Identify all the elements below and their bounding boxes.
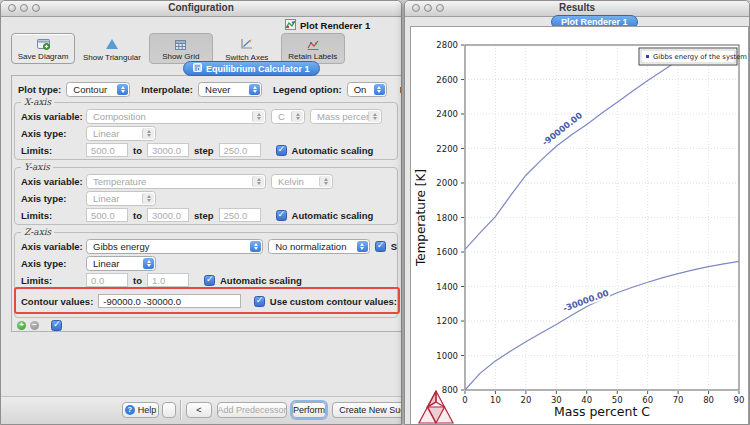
configuration-title-bar[interactable]: Configuration bbox=[1, 1, 401, 17]
y-step-field[interactable]: 250.0 bbox=[219, 208, 261, 222]
grid-icon bbox=[174, 37, 187, 52]
axis-type-label: Axis type: bbox=[21, 193, 81, 204]
retain-labels-button[interactable]: Retain Labels bbox=[281, 33, 345, 64]
group-title: X-axis bbox=[21, 97, 54, 107]
button-label: < bbox=[196, 405, 201, 415]
plot-panel: 8001000120014001600180020002200240026002… bbox=[410, 26, 749, 425]
tab-equilibrium-calculator-1[interactable]: Equilibrium Calculator 1 bbox=[183, 61, 320, 76]
button-label: Save Diagram bbox=[18, 52, 69, 61]
limits-label: Limits: bbox=[21, 145, 81, 156]
plot-type-label: Plot type: bbox=[18, 84, 61, 95]
configuration-window: Configuration Plot Renderer 1 Save Diagr… bbox=[0, 0, 402, 425]
plot-renderer-icon bbox=[285, 19, 296, 32]
help-button[interactable]: ? Help bbox=[122, 402, 159, 418]
divider bbox=[180, 400, 182, 420]
x-limit-from-field[interactable]: 500.0 bbox=[86, 143, 128, 157]
to-label: to bbox=[133, 210, 142, 221]
z-automatic-scaling-checkbox[interactable] bbox=[204, 275, 215, 286]
to-label: to bbox=[133, 275, 142, 286]
z-trailing-checkbox[interactable] bbox=[375, 241, 386, 252]
to-label: to bbox=[133, 145, 142, 156]
remove-axis-button[interactable]: − bbox=[30, 321, 39, 330]
z-normalization-select[interactable]: No normalization bbox=[268, 239, 370, 254]
settings-panel: Plot type: Contour Interpolate: Never Le… bbox=[11, 75, 402, 332]
button-label: Add Predecessor bbox=[217, 405, 286, 415]
use-custom-contour-checkbox[interactable] bbox=[254, 296, 265, 307]
stepper-icon bbox=[319, 176, 331, 187]
selected-value: Temperature bbox=[93, 176, 146, 187]
axis-enabled-checkbox[interactable] bbox=[51, 320, 62, 331]
contour-plot: 8001000120014001600180020002200240026002… bbox=[411, 27, 750, 425]
y-limit-from-field[interactable]: 500.0 bbox=[86, 208, 128, 222]
add-predecessor-button[interactable]: Add Predecessor bbox=[217, 402, 287, 418]
legend-option-select[interactable]: On bbox=[347, 82, 387, 97]
show-triangular-button[interactable]: Show Triangular bbox=[78, 33, 146, 64]
axis-variable-label: Axis variable: bbox=[21, 241, 81, 252]
z-limit-to-field[interactable]: 1.0 bbox=[147, 273, 189, 287]
triangle-icon bbox=[105, 36, 119, 51]
label-decimal-digits-label: Label decimal digits: bbox=[400, 84, 402, 95]
legend-option-label: Legend option: bbox=[273, 84, 342, 95]
y-limit-to-field[interactable]: 3000.0 bbox=[147, 208, 189, 222]
group-title: Z-axis bbox=[21, 227, 54, 237]
svg-text:-30000.00: -30000.00 bbox=[561, 288, 610, 314]
show-grid-button[interactable]: Show Grid bbox=[149, 33, 213, 64]
create-new-successor-button[interactable]: Create New Succes bbox=[332, 402, 402, 418]
switch-axes-icon bbox=[240, 36, 254, 51]
svg-text:1000: 1000 bbox=[436, 351, 458, 361]
stepper-icon bbox=[374, 84, 385, 95]
results-window: Results Plot Renderer 1 8001000120014001… bbox=[404, 0, 750, 425]
y-automatic-scaling-checkbox[interactable] bbox=[276, 210, 287, 221]
selected-value: Mass percent bbox=[317, 111, 374, 122]
svg-text:80: 80 bbox=[703, 395, 714, 405]
tab-plot-renderer-1[interactable]: Plot Renderer 1 bbox=[285, 19, 370, 32]
stepper-icon bbox=[368, 111, 380, 122]
selected-value: On bbox=[354, 84, 367, 95]
save-diagram-button[interactable]: Save Diagram bbox=[11, 33, 75, 64]
save-diagram-icon bbox=[36, 37, 51, 52]
z-limit-from-field[interactable]: 0.0 bbox=[86, 273, 128, 287]
svg-text:1800: 1800 bbox=[436, 213, 458, 223]
z-axis-variable-select[interactable]: Gibbs energy bbox=[86, 239, 263, 254]
interpolate-select[interactable]: Never bbox=[198, 82, 262, 97]
button-label: Retain Labels bbox=[288, 52, 337, 61]
svg-text:2200: 2200 bbox=[436, 144, 458, 154]
step-label: step bbox=[194, 145, 214, 156]
stepper-icon bbox=[142, 128, 154, 139]
y-axis-type-select[interactable]: Linear bbox=[86, 191, 156, 206]
contour-values-field[interactable]: -90000.0 -30000.0 bbox=[98, 294, 240, 308]
y-axis-unit-select[interactable]: Kelvin bbox=[271, 174, 333, 189]
x-axis-unit-select[interactable]: Mass percent bbox=[310, 109, 382, 124]
x-step-field[interactable]: 250.0 bbox=[219, 143, 261, 157]
x-axis-component-select[interactable]: C bbox=[271, 109, 305, 124]
x-axis-variable-select[interactable]: Composition bbox=[86, 109, 266, 124]
footer-bar: ? Help < Add Predecessor Perform Create … bbox=[1, 396, 401, 424]
calculator-icon bbox=[193, 63, 202, 74]
info-button[interactable] bbox=[162, 402, 176, 418]
x-limit-to-field[interactable]: 3000.0 bbox=[147, 143, 189, 157]
help-icon: ? bbox=[125, 405, 135, 415]
selected-value: Linear bbox=[93, 193, 119, 204]
x-automatic-scaling-checkbox[interactable] bbox=[276, 145, 287, 156]
axis-list-controls: + − bbox=[17, 320, 62, 331]
add-axis-button[interactable]: + bbox=[17, 321, 26, 330]
svg-text:20: 20 bbox=[520, 395, 531, 405]
axis-variable-label: Axis variable: bbox=[21, 176, 81, 187]
interpolate-label: Interpolate: bbox=[141, 84, 193, 95]
z-trailing-label: S bbox=[391, 241, 397, 252]
x-axis-type-select[interactable]: Linear bbox=[86, 126, 156, 141]
axis-type-label: Axis type: bbox=[21, 128, 81, 139]
svg-text:2800: 2800 bbox=[436, 40, 458, 50]
automatic-scaling-label: Automatic scaling bbox=[292, 210, 374, 221]
svg-text:1400: 1400 bbox=[436, 282, 458, 292]
stepper-icon bbox=[117, 84, 128, 95]
y-axis-group: Y-axis Axis variable: Temperature Kelvin… bbox=[14, 167, 398, 225]
perform-button[interactable]: Perform bbox=[292, 402, 326, 418]
y-axis-variable-select[interactable]: Temperature bbox=[86, 174, 266, 189]
svg-text:2600: 2600 bbox=[436, 75, 458, 85]
plot-type-select[interactable]: Contour bbox=[66, 82, 130, 97]
back-button[interactable]: < bbox=[186, 402, 212, 418]
z-axis-type-select[interactable]: Linear bbox=[86, 256, 156, 271]
switch-axes-button[interactable]: Switch Axes bbox=[216, 33, 278, 64]
x-axis-group: X-axis Axis variable: Composition C Mass… bbox=[14, 102, 398, 160]
